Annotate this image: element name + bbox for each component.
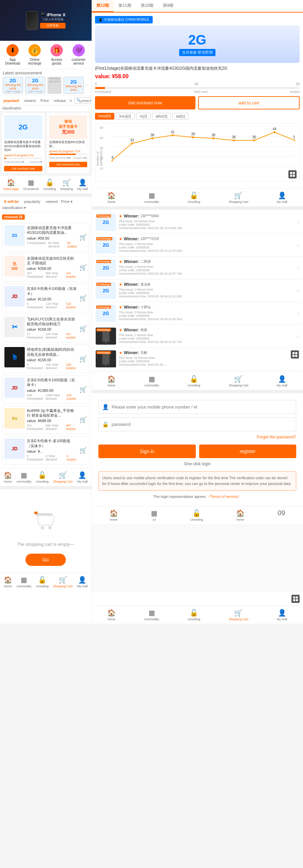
revealed-tab-popularity[interactable]: popularity [22, 199, 42, 204]
nav3-cart[interactable]: 🛒 Shopping Cart [53, 576, 73, 588]
pos-tab-tail[interactable]: tail[1] [172, 113, 189, 120]
get-involved-btn-1[interactable]: Get involved now [4, 166, 42, 171]
nav2-commodity[interactable]: ▦ commodity [17, 471, 32, 483]
pos-tab-front[interactable]: front[2] [116, 113, 135, 120]
nav-access[interactable]: 🎁 Access goods [46, 44, 67, 65]
nav2-cart[interactable]: 🛒 Shopping Cart [53, 471, 73, 483]
period-tab-9[interactable]: 第9期 [158, 0, 178, 12]
revealed-tab-class[interactable]: classification ▾ [2, 206, 26, 210]
winner-announce-4: Announcement time: 2019-02-28 04:10:42.9… [119, 317, 295, 321]
demand-row-2: Total demand 358 surplus 101 [49, 156, 88, 159]
svg-text:44: 44 [272, 127, 277, 131]
winner-item-5[interactable]: Fast1stage ★ Winner: 路路 This issue: 2 Pe… [93, 325, 302, 348]
progress-bar-1 [4, 158, 42, 159]
nav-home[interactable]: 🏠 home page [3, 178, 19, 191]
final-mymall[interactable]: 👤 My mall [277, 609, 287, 621]
rnav1-unveiling[interactable]: 🔓 Unveiling [188, 191, 200, 204]
period-tab-11[interactable]: 第11期 [114, 0, 136, 12]
cart-btn-3[interactable]: 🛒 [79, 325, 87, 332]
nav2-unveiling[interactable]: 🔓 Unveiling [36, 471, 49, 483]
winner-info-3: ★ Winner: 老油条 This issue: 1 Person time … [119, 282, 295, 298]
pos-tab-after[interactable]: after[3] [152, 113, 171, 120]
nav-products[interactable]: ▦ All products [23, 178, 39, 191]
winner-item-3[interactable]: 2G First0stage ★ Winner: 老油条 This issue:… [93, 279, 302, 302]
cart-btn-1[interactable]: 🛒 [79, 264, 87, 271]
grid-float-icon[interactable] [291, 595, 300, 603]
period-tab-10[interactable]: 第10期 [136, 0, 158, 12]
cart-btn-2[interactable]: 🛒 [79, 294, 87, 302]
nav2-mymall-label: My mall [77, 480, 88, 483]
grid-toggle-icon[interactable] [288, 170, 297, 178]
nav-unveiling[interactable]: 🔓 Unveiling [43, 178, 56, 191]
nav-shopping[interactable]: 🛒 Shopping [60, 178, 73, 191]
winner-item-0[interactable]: 2G First1stage ★ Winner: 130****0064 Thi… [93, 211, 302, 234]
rnav2-unveiling[interactable]: 🔓 Unveiling [188, 375, 200, 387]
product-title-right: (First12stage)全国移动流量充值卡冲流量4G3G2G国内流量加油包快… [95, 66, 300, 71]
rnav2-home[interactable]: 🏠 home [107, 375, 116, 387]
nav-service[interactable]: 💜 customer service [69, 44, 89, 65]
rnav2-cart[interactable]: 🛒 Shopping Cart [229, 375, 248, 387]
final-home[interactable]: 🏠 home [107, 609, 116, 621]
rnav3-unveiling[interactable]: 🔓 Unveiling [190, 509, 203, 521]
revealed-tab-price[interactable]: Price ▾ [61, 199, 73, 204]
winner-item-2[interactable]: 2G First1stage ★ Winner: 二两酒 This issue:… [93, 257, 302, 279]
nav-download[interactable]: ⬇ App Download [2, 44, 23, 65]
rnav3-home2[interactable]: 🏠 home [236, 509, 245, 521]
rnav3-num09[interactable]: 09 [278, 509, 285, 521]
password-input[interactable] [112, 422, 292, 427]
rnav3-co[interactable]: ▦ co [151, 509, 157, 521]
winner-item-4[interactable]: 2G Fast1stage ★ Winner: 小胖仙 This issue: … [93, 302, 302, 325]
winner-item-1[interactable]: 2G First10stage ★ Winner: 135****2214 Th… [93, 234, 302, 257]
period-tab-12[interactable]: 第12期 [92, 0, 114, 12]
revealed-list: 2G 全国移动流量充值卡冲流量4G3G2G国内流量加油... value: ¥5… [0, 222, 91, 468]
nav3-mymall[interactable]: 👤 My mall [77, 576, 88, 588]
cart-btn-5[interactable]: 🛒 [79, 386, 87, 393]
nav2-home[interactable]: 🏠 home [4, 471, 12, 483]
cart-btn-6[interactable]: 🛒 [79, 416, 87, 423]
cart-btn-4[interactable]: 🛒 [79, 355, 87, 363]
register-button[interactable]: register [199, 445, 297, 458]
get-involved-right-btn[interactable]: Get involved now [95, 96, 195, 109]
cart-btn-0[interactable]: 🛒 [79, 233, 87, 241]
nav2-mymall[interactable]: 👤 My mall [77, 471, 88, 483]
tab-release[interactable]: release [52, 98, 67, 103]
one-click-login[interactable]: One click login [98, 462, 296, 466]
get-involved-btn-2[interactable]: Get involved now [49, 162, 88, 167]
nav3-unveiling[interactable]: 🔓 Unveiling [36, 576, 49, 588]
list-icon[interactable]: ≡ [69, 98, 72, 103]
winner-item-6[interactable]: Fast1stage ★ Winner: 百解 This issue: 34 P… [93, 348, 302, 370]
tab-price[interactable]: Price [39, 98, 50, 103]
rnav3-home[interactable]: 🏠 home [110, 509, 118, 521]
final-commodity[interactable]: ▦ commodity [144, 609, 159, 621]
forgot-password-link[interactable]: Forget the password? [98, 435, 296, 439]
nav-my-mall[interactable]: 👤 My mall [77, 178, 88, 191]
banner-cta[interactable]: 立即抢购 [40, 23, 65, 29]
final-cart[interactable]: 🛒 Shopping Cart [229, 609, 248, 621]
terms-link[interactable]: 《Terms of service》 [207, 494, 241, 499]
nav-recharge[interactable]: 💰 Online recharge [24, 44, 45, 65]
rnav2-commodity[interactable]: ▦ commodity [144, 375, 159, 387]
revealed-tab-itwillbe[interactable]: It will be [2, 199, 21, 204]
pos-tab-in[interactable]: in[2] [136, 113, 151, 120]
revealed-price-5: value: ¥1380.00 [27, 388, 77, 393]
revealed-tab-newest2[interactable]: newest [44, 199, 60, 204]
rnav1-cart[interactable]: 🛒 Shopping Cart [229, 191, 248, 204]
tab-populant[interactable]: populant [2, 98, 20, 103]
rnav2-mymall[interactable]: 👤 My mall [277, 375, 287, 387]
tab-newest[interactable]: newest [22, 98, 37, 103]
final-unveiling[interactable]: 🔓 Unveiling [188, 609, 200, 621]
phone-input[interactable] [112, 404, 292, 410]
nav3-home[interactable]: 🏠 home [4, 576, 12, 588]
revealed-title-5: 京东E卡经典卡1000面值（实体卡） [27, 378, 77, 387]
rnav1-commodity[interactable]: ▦ commodity [144, 191, 159, 204]
nav3-commodity[interactable]: ▦ commodity [17, 576, 32, 588]
grid-icon-winner[interactable] [291, 350, 299, 359]
rnav1-mymall[interactable]: 👤 My mall [277, 191, 287, 204]
add-to-cart-btn[interactable]: add to cart [198, 96, 300, 109]
rnav1-home[interactable]: 🏠 home [107, 191, 116, 204]
cart-btn-7[interactable]: 🛒 [79, 447, 87, 454]
go-button[interactable]: Go [25, 554, 66, 566]
sign-in-button[interactable]: Sign in [98, 445, 196, 458]
pos-tab-head[interactable]: head[4] [95, 113, 114, 120]
revealed-stats-5: 948 Participated 1380 Total demand 432 s… [27, 394, 77, 400]
